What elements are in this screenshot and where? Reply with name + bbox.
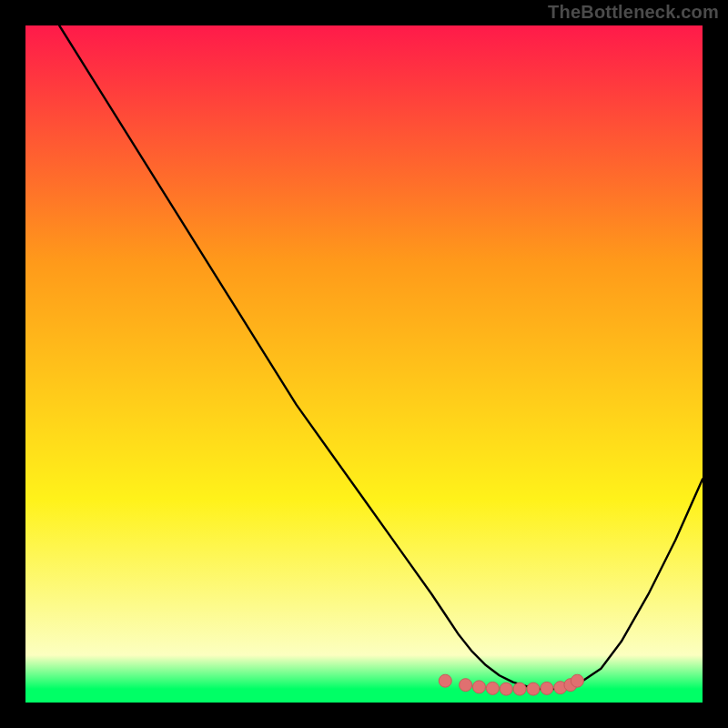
optimal-dot [439, 674, 451, 687]
optimal-dot [472, 681, 485, 693]
optimal-dot [500, 682, 512, 695]
chart-frame: TheBottleneck.com [0, 0, 728, 728]
optimal-dot [486, 682, 499, 694]
optimal-dot [513, 682, 526, 695]
gradient-background [25, 25, 703, 703]
chart-svg [25, 25, 703, 703]
watermark-label: TheBottleneck.com [548, 2, 719, 23]
optimal-dot [541, 682, 553, 694]
optimal-dot [527, 682, 540, 695]
optimal-dot [571, 674, 583, 687]
optimal-dot [460, 679, 472, 692]
plot-area [25, 25, 703, 703]
